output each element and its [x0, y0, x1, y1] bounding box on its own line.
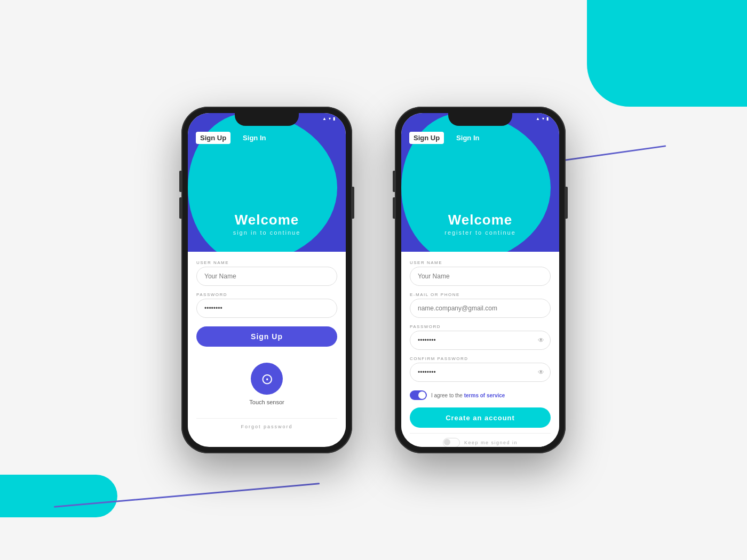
notch — [235, 113, 299, 126]
phone1-password-wrapper — [196, 299, 337, 318]
phone2-username-input[interactable] — [410, 267, 551, 286]
phone2-body: USER NAME E-MAIL OR PHONE PASSWORD 👁 CON… — [401, 252, 559, 447]
phone2-tab-nav: Sign Up Sign In — [409, 132, 483, 144]
battery-icon: ▮ — [333, 116, 335, 121]
forgot-password-link[interactable]: Forgot password — [196, 418, 337, 435]
create-account-button[interactable]: Create an account — [410, 407, 551, 428]
phone1-password-input[interactable] — [196, 299, 337, 318]
notch2 — [448, 113, 512, 126]
wifi-icon2: ▾ — [542, 116, 544, 121]
tab2-signup-btn[interactable]: Sign Up — [409, 132, 444, 144]
tab-signin-btn[interactable]: Sign In — [239, 132, 270, 144]
signal-icon: ▲ — [322, 116, 327, 121]
touch-sensor-area: ⊙ Touch sensor — [196, 352, 337, 411]
phone1-welcome-title: Welcome — [188, 212, 346, 228]
phone-screen-signin: ▲ ▾ ▮ Sign Up Sign In Welcome sign in to… — [188, 113, 346, 447]
fingerprint-button[interactable]: ⊙ — [251, 363, 283, 395]
phone1-username-label: USER NAME — [196, 260, 337, 265]
phone2-email-group: E-MAIL OR PHONE — [410, 292, 551, 318]
confirm-eye-icon[interactable]: 👁 — [538, 369, 544, 376]
tab-signup-btn[interactable]: Sign Up — [196, 132, 231, 144]
side-button2-power — [566, 187, 568, 219]
side-button-power — [352, 187, 354, 219]
terms-toggle[interactable] — [410, 390, 427, 400]
side-button2-vol-down — [393, 197, 395, 219]
fingerprint-icon: ⊙ — [261, 370, 273, 388]
phone1-username-group: USER NAME — [196, 260, 337, 286]
phones-container: ▲ ▾ ▮ Sign Up Sign In Welcome sign in to… — [0, 0, 747, 560]
phone2-password-label: PASSWORD — [410, 324, 551, 329]
phone-signup: ▲ ▾ ▮ Sign Up Sign In Welcome register t… — [395, 107, 566, 453]
password-eye-icon[interactable]: 👁 — [538, 337, 544, 344]
phone2-confirm-password-group: CONFIRM PASSWORD 👁 — [410, 356, 551, 382]
phone-screen-signup: ▲ ▾ ▮ Sign Up Sign In Welcome register t… — [401, 113, 559, 447]
terms-text: I agree to the terms of service — [431, 393, 505, 398]
signal-icon2: ▲ — [536, 116, 540, 121]
phone1-password-label: PASSWORD — [196, 292, 337, 297]
keep-toggle-knob — [444, 439, 450, 445]
side-button-vol-down — [179, 197, 181, 219]
status-bar2: ▲ ▾ ▮ — [536, 116, 549, 121]
phone2-confirm-wrapper: 👁 — [410, 363, 551, 382]
phone1-signup-button[interactable]: Sign Up — [196, 326, 337, 347]
phone2-header: Sign Up Sign In Welcome register to cont… — [401, 113, 559, 252]
battery-icon2: ▮ — [546, 116, 549, 121]
phone2-confirm-label: CONFIRM PASSWORD — [410, 356, 551, 361]
phone2-confirm-input[interactable] — [410, 363, 551, 382]
side-button-vol-up — [179, 171, 181, 192]
terms-link[interactable]: terms of service — [464, 393, 505, 398]
phone2-username-group: USER NAME — [410, 260, 551, 286]
status-bar: ▲ ▾ ▮ — [322, 116, 335, 121]
wifi-icon: ▾ — [329, 116, 331, 121]
side-button2-vol-up — [393, 171, 395, 192]
phone1-header: Sign Up Sign In Welcome sign in to conti… — [188, 113, 346, 252]
phone2-email-input[interactable] — [410, 299, 551, 318]
terms-row: I agree to the terms of service — [410, 388, 551, 402]
phone1-username-input[interactable] — [196, 267, 337, 286]
keep-signed-toggle[interactable] — [443, 438, 460, 447]
phone1-body: USER NAME PASSWORD Sign Up ⊙ Touch senso… — [188, 252, 346, 443]
phone1-welcome: Welcome sign in to continue — [188, 212, 346, 236]
phone2-password-group: PASSWORD 👁 — [410, 324, 551, 350]
touch-sensor-label: Touch sensor — [249, 399, 284, 405]
phone1-password-group: PASSWORD — [196, 292, 337, 318]
phone2-username-label: USER NAME — [410, 260, 551, 265]
phone2-password-wrapper: 👁 — [410, 331, 551, 350]
phone2-welcome-subtitle: register to continue — [401, 229, 559, 236]
toggle-knob — [418, 391, 426, 399]
keep-signed-label: Keep me signed in — [464, 440, 518, 445]
phone-signin: ▲ ▾ ▮ Sign Up Sign In Welcome sign in to… — [181, 107, 352, 453]
phone1-welcome-subtitle: sign in to continue — [188, 229, 346, 236]
tab2-signin-btn[interactable]: Sign In — [452, 132, 483, 144]
keep-signed-row: Keep me signed in — [410, 433, 551, 447]
phone2-welcome-title: Welcome — [401, 212, 559, 228]
phone2-password-input[interactable] — [410, 331, 551, 350]
phone1-tab-nav: Sign Up Sign In — [196, 132, 270, 144]
phone2-welcome: Welcome register to continue — [401, 212, 559, 236]
phone2-email-label: E-MAIL OR PHONE — [410, 292, 551, 297]
terms-prefix: I agree to the — [431, 393, 464, 398]
